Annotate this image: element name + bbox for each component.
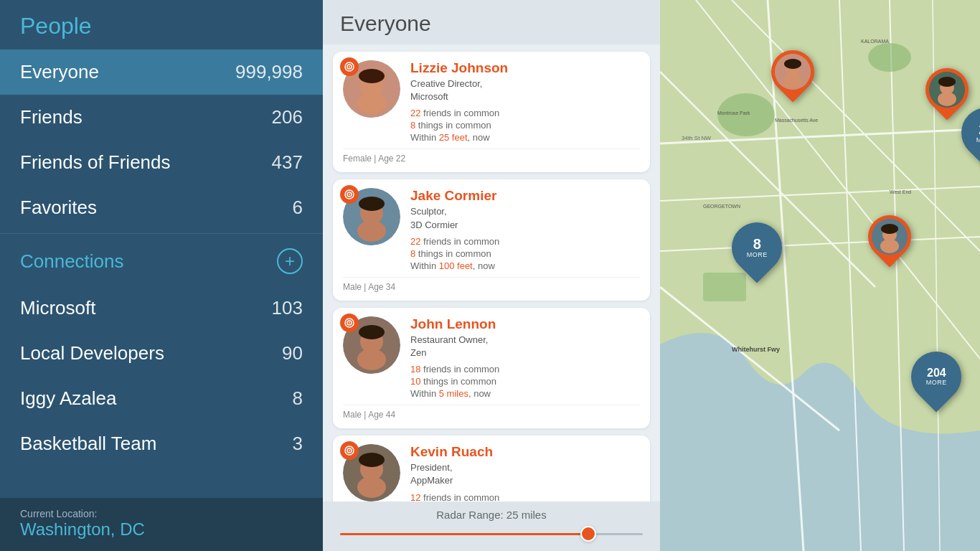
connections-header: Connections + xyxy=(0,237,323,286)
person-avatar-wrap xyxy=(343,316,400,374)
person-stats: 12 friends in common xyxy=(410,492,640,502)
person-name-kevin-ruach: Kevin Ruach xyxy=(410,444,640,460)
connection-label-basketball-team: Basketball Team xyxy=(20,433,156,455)
svg-point-16 xyxy=(349,322,350,324)
sidebar-item-count-friends-of-friends: 437 xyxy=(272,151,303,174)
person-card-bottom: Male | Age 44 xyxy=(343,405,640,420)
location-label: Current Location: xyxy=(20,508,303,519)
radar-fill xyxy=(340,533,588,535)
svg-point-20 xyxy=(359,325,385,339)
connection-count-microsoft: 103 xyxy=(272,297,303,319)
svg-point-5 xyxy=(357,93,386,114)
pin-count-more: MORE xyxy=(747,251,768,258)
things-stat: 8 things in common xyxy=(410,120,491,131)
sidebar-item-count-everyone: 999,998 xyxy=(235,61,303,83)
connection-count-basketball-team: 3 xyxy=(293,433,303,455)
sidebar-connection-iggy-azalea[interactable]: Iggy Azalea 8 xyxy=(0,376,323,421)
sidebar-item-label-everyone: Everyone xyxy=(20,61,99,83)
person-distance-john-lennon: Within 5 miles, now xyxy=(410,388,640,399)
friends-stat: 22 friends in common xyxy=(410,108,499,118)
sidebar-connection-microsoft[interactable]: Microsoft 103 xyxy=(0,286,323,331)
svg-point-23 xyxy=(349,450,350,451)
location-city: Washington, DC xyxy=(20,519,303,540)
connection-count-iggy-azalea: 8 xyxy=(293,387,303,410)
svg-point-56 xyxy=(938,92,956,106)
sidebar-item-everyone[interactable]: Everyone 999,998 xyxy=(0,50,323,95)
svg-point-9 xyxy=(349,194,350,195)
person-things: 8 things in common xyxy=(410,120,640,131)
svg-point-19 xyxy=(357,349,386,370)
sidebar-item-favorites[interactable]: Favorites 6 xyxy=(0,185,323,230)
person-card-jake-cormier[interactable]: Jake Cormier Sculptor,3D Cormier 22 frie… xyxy=(333,179,650,300)
radar-label: Radar Range: 25 miles xyxy=(436,509,546,521)
person-card-lizzie-johnson[interactable]: Lizzie Johnson Creative Director,Microso… xyxy=(333,52,650,172)
svg-point-2 xyxy=(349,66,350,67)
person-avatar-wrap xyxy=(343,444,400,501)
svg-point-13 xyxy=(359,197,385,211)
person-card-top: Lizzie Johnson Creative Director,Microso… xyxy=(343,60,640,143)
person-info-jake-cormier: Jake Cormier Sculptor,3D Cormier 22 frie… xyxy=(410,188,640,270)
sidebar-item-friends-of-friends[interactable]: Friends of Friends 437 xyxy=(0,140,323,185)
map-pin-pin-mid-right[interactable] xyxy=(868,215,911,258)
person-card-top: John Lennon Restaurant Owner,Zen 18 frie… xyxy=(343,316,640,399)
person-distance-jake-cormier: Within 100 feet, now xyxy=(410,260,640,271)
radar-thumb xyxy=(580,526,596,542)
pin-count-num: 204 xyxy=(927,367,946,379)
person-info-kevin-ruach: Kevin Ruach President,AppMaker 12 friend… xyxy=(410,444,640,501)
radar-icon xyxy=(340,441,359,460)
svg-point-53 xyxy=(784,59,801,69)
svg-point-12 xyxy=(357,220,386,242)
person-stats: 22 friends in common xyxy=(410,108,640,118)
pin-count-more: MORE xyxy=(926,379,947,386)
svg-point-60 xyxy=(880,239,899,253)
add-connection-button[interactable]: + xyxy=(277,248,303,274)
map-pin-count-pin-mid-left[interactable]: 8 MORE xyxy=(732,222,782,273)
svg-point-26 xyxy=(357,476,386,498)
sidebar-item-friends[interactable]: Friends 206 xyxy=(0,95,323,140)
person-name-lizzie-johnson: Lizzie Johnson xyxy=(410,60,640,76)
person-distance-lizzie-johnson: Within 25 feet, now xyxy=(410,132,640,143)
map-pins: 8 MORE 26 MORE xyxy=(660,0,980,551)
sidebar-item-count-favorites: 6 xyxy=(293,197,303,219)
middle-title: Everyone xyxy=(323,0,660,44)
sidebar-title: People xyxy=(0,0,323,50)
svg-point-52 xyxy=(783,74,802,88)
person-info-john-lennon: John Lennon Restaurant Owner,Zen 18 frie… xyxy=(410,316,640,399)
person-name-jake-cormier: Jake Cormier xyxy=(410,188,640,204)
svg-point-57 xyxy=(938,77,956,87)
middle-panel: Everyone Lizzie Johnson xyxy=(323,0,660,551)
things-stat: 10 things in common xyxy=(410,376,496,387)
person-card-kevin-ruach[interactable]: Kevin Ruach President,AppMaker 12 friend… xyxy=(333,435,650,501)
sidebar-item-count-friends: 206 xyxy=(272,106,303,128)
connections-label: Connections xyxy=(20,250,124,273)
radar-slider[interactable] xyxy=(340,527,643,541)
radar-icon xyxy=(340,57,359,76)
pin-count-more: MORE xyxy=(976,136,981,143)
radar-footer: Radar Range: 25 miles xyxy=(323,501,660,551)
connection-count-local-developers: 90 xyxy=(282,342,303,364)
map-pin-count-pin-count-top-right[interactable]: 26 MORE xyxy=(961,108,980,158)
pin-count-num: 8 xyxy=(753,237,760,251)
person-avatar-wrap xyxy=(343,188,400,245)
people-list: Lizzie Johnson Creative Director,Microso… xyxy=(323,44,660,501)
map-pin-pin-top-right[interactable] xyxy=(925,68,969,111)
sidebar-connection-basketball-team[interactable]: Basketball Team 3 xyxy=(0,421,323,466)
sidebar-connection-local-developers[interactable]: Local Developers 90 xyxy=(0,331,323,376)
sidebar-items: Everyone 999,998 Friends 206 Friends of … xyxy=(0,50,323,230)
person-card-john-lennon[interactable]: John Lennon Restaurant Owner,Zen 18 frie… xyxy=(333,308,650,428)
sidebar-item-label-friends: Friends xyxy=(20,106,83,128)
connection-label-microsoft: Microsoft xyxy=(20,297,95,319)
connection-label-iggy-azalea: Iggy Azalea xyxy=(20,387,116,410)
connection-label-local-developers: Local Developers xyxy=(20,342,164,364)
person-role-jake-cormier: Sculptor,3D Cormier xyxy=(410,205,640,231)
person-card-bottom: Female | Age 22 xyxy=(343,149,640,164)
person-role-kevin-ruach: President,AppMaker xyxy=(410,461,640,487)
radar-icon xyxy=(340,314,359,332)
sidebar-item-label-friends-of-friends: Friends of Friends xyxy=(20,151,171,174)
person-things: 8 things in common xyxy=(410,248,640,259)
sidebar: People Everyone 999,998 Friends 206 Frie… xyxy=(0,0,323,551)
map-pin-count-pin-bottom-right[interactable]: 204 MORE xyxy=(911,352,961,402)
svg-point-27 xyxy=(359,453,385,467)
map-pin-pin-top-center[interactable] xyxy=(771,50,814,93)
svg-point-6 xyxy=(359,69,385,83)
